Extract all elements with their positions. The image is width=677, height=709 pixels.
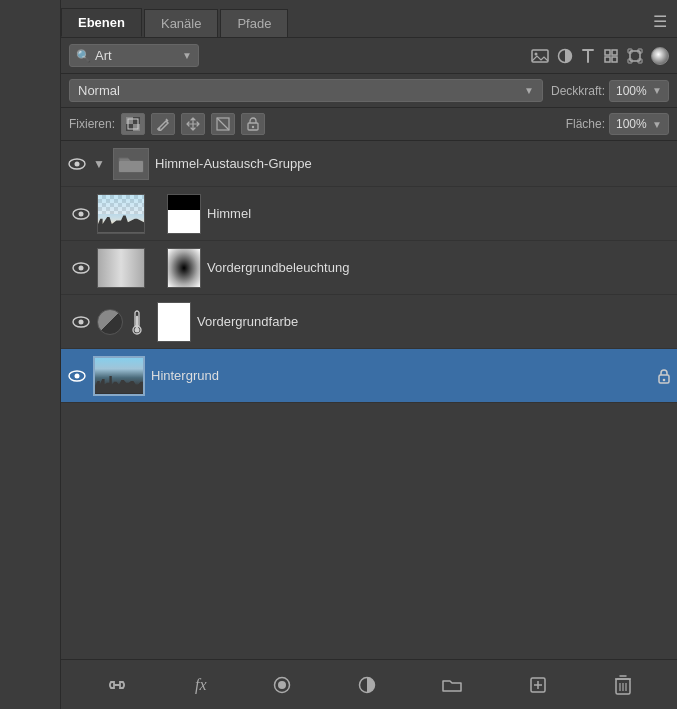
bottom-toolbar: fx [61, 659, 677, 709]
group-folder-icon [113, 148, 149, 180]
fix-label: Fixieren: [69, 117, 115, 131]
layer-thumbnail [97, 194, 145, 234]
layer-mask-thumbnail [157, 302, 191, 342]
expand-arrow-icon[interactable]: ▼ [93, 157, 107, 171]
toolbar-icons [531, 47, 669, 65]
opacity-control: Deckkraft: 100% ▼ [551, 80, 669, 102]
add-mask-icon[interactable] [269, 670, 295, 699]
panel-menu-icon[interactable]: ☰ [643, 6, 677, 37]
area-chevron-icon: ▼ [652, 119, 662, 130]
layer-name: Hintergrund [151, 368, 651, 383]
layer-name: Himmel-Austausch-Gruppe [155, 156, 671, 171]
fix-move-icon[interactable] [181, 113, 205, 135]
image-icon[interactable] [531, 47, 549, 65]
svg-rect-14 [133, 117, 140, 124]
svg-point-28 [79, 265, 84, 270]
svg-point-30 [79, 319, 84, 324]
svg-rect-24 [119, 161, 143, 172]
visibility-icon[interactable] [67, 154, 87, 174]
svg-rect-13 [133, 124, 140, 131]
fix-row: Fixieren: Fläche: 100% ▼ [61, 108, 677, 141]
blend-mode-dropdown[interactable]: Normal ▼ [69, 79, 543, 102]
circle-slash-icon[interactable] [557, 47, 573, 65]
search-label: Art [95, 48, 112, 63]
svg-point-26 [79, 211, 84, 216]
opacity-input[interactable]: 100% ▼ [609, 80, 669, 102]
new-layer-icon[interactable] [525, 670, 551, 699]
layers-panel: Ebenen Kanäle Pfade ☰ 🔍 Art ▼ [60, 0, 677, 709]
svg-rect-12 [126, 117, 133, 124]
visibility-icon[interactable] [71, 312, 91, 332]
tab-pfade[interactable]: Pfade [220, 9, 288, 37]
tab-kanaele[interactable]: Kanäle [144, 9, 218, 37]
blend-mode-row: Normal ▼ Deckkraft: 100% ▼ [61, 74, 677, 108]
adjustment-circle-icon [97, 309, 123, 335]
svg-point-17 [158, 128, 161, 131]
area-control: Fläche: 100% ▼ [566, 113, 669, 135]
layer-thumbnail [97, 248, 145, 288]
layer-style-circle[interactable] [651, 47, 669, 65]
search-icon: 🔍 [76, 49, 91, 63]
area-value: 100% [616, 117, 647, 131]
layer-name: Vordergrundbeleuchtung [207, 260, 671, 275]
fix-crop-icon[interactable] [211, 113, 235, 135]
layer-row[interactable]: Vordergrundfarbe [61, 295, 677, 349]
artboard-icon[interactable] [627, 47, 643, 65]
layer-name: Himmel [207, 206, 671, 221]
svg-rect-15 [126, 124, 133, 131]
fx-label: fx [195, 676, 207, 693]
text-icon[interactable] [581, 47, 595, 65]
tab-bar: Ebenen Kanäle Pfade ☰ [61, 0, 677, 38]
svg-rect-0 [532, 50, 548, 62]
visibility-icon[interactable] [67, 366, 87, 386]
toolbar-row: 🔍 Art ▼ [61, 38, 677, 74]
svg-point-21 [252, 126, 254, 128]
svg-point-40 [278, 681, 286, 689]
blend-mode-label: Normal [78, 83, 120, 98]
fix-checkerboard-icon[interactable] [121, 113, 145, 135]
thermometer-icon [127, 309, 147, 335]
visibility-icon[interactable] [71, 258, 91, 278]
opacity-chevron-icon: ▼ [652, 85, 662, 96]
svg-rect-6 [612, 57, 617, 62]
layer-mask-thumbnail [167, 194, 201, 234]
svg-rect-3 [605, 50, 610, 55]
fix-brush-icon[interactable] [151, 113, 175, 135]
layer-thumbnail [93, 356, 145, 396]
layer-name: Vordergrundfarbe [197, 314, 671, 329]
svg-rect-5 [605, 57, 610, 62]
area-input[interactable]: 100% ▼ [609, 113, 669, 135]
layer-row[interactable]: ▼ Himmel-Austausch-Gruppe [61, 141, 677, 187]
blend-chevron-icon: ▼ [524, 85, 534, 96]
layer-row[interactable]: Hintergrund [61, 349, 677, 403]
svg-line-19 [217, 118, 229, 130]
search-dropdown[interactable]: 🔍 Art ▼ [69, 44, 199, 67]
delete-layer-icon[interactable] [610, 670, 636, 699]
left-sidebar [0, 0, 60, 709]
area-label: Fläche: [566, 117, 605, 131]
tab-ebenen[interactable]: Ebenen [61, 8, 142, 37]
layer-row[interactable]: Vordergrundbeleuchtung [61, 241, 677, 295]
layer-row[interactable]: Himmel [61, 187, 677, 241]
svg-point-34 [135, 327, 140, 332]
new-group-icon[interactable] [438, 670, 466, 699]
transform-icon[interactable] [603, 47, 619, 65]
svg-rect-4 [612, 50, 617, 55]
adjustment-icons [97, 309, 147, 335]
svg-point-36 [75, 373, 80, 378]
layer-mask-thumbnail [167, 248, 201, 288]
link-layers-icon[interactable] [102, 670, 132, 699]
fx-icon[interactable]: fx [191, 672, 211, 698]
new-adjustment-icon[interactable] [354, 670, 380, 699]
opacity-value: 100% [616, 84, 647, 98]
svg-point-23 [75, 161, 80, 166]
opacity-label: Deckkraft: [551, 84, 605, 98]
svg-point-38 [663, 379, 666, 382]
fix-lock-icon[interactable] [241, 113, 265, 135]
svg-point-1 [535, 53, 538, 56]
visibility-icon[interactable] [71, 204, 91, 224]
layers-list: ▼ Himmel-Austausch-Gruppe Himme [61, 141, 677, 659]
lock-icon [657, 367, 671, 384]
chevron-down-icon: ▼ [182, 50, 192, 61]
